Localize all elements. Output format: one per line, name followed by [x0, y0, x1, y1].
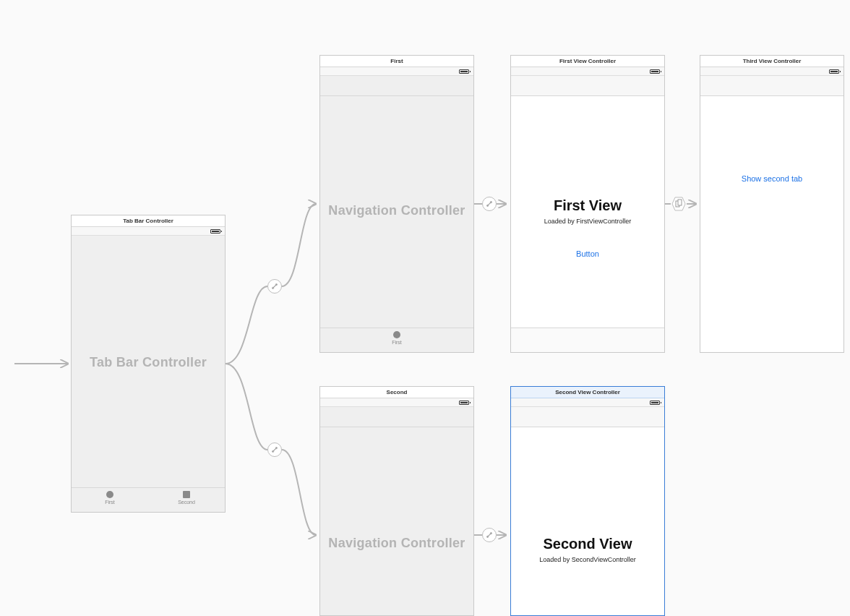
segue-root-first[interactable]	[482, 197, 497, 211]
scene-tab-bar-controller[interactable]: Tab Bar Controller Tab Bar Controller Fi…	[71, 215, 226, 513]
segue-relationship-nav2[interactable]	[267, 442, 282, 457]
tab-first-icon	[393, 331, 400, 338]
status-bar	[511, 398, 664, 407]
scene-navigation-second[interactable]: Second Navigation Controller	[319, 386, 474, 616]
status-bar	[320, 398, 473, 407]
scene-title: Second	[320, 387, 473, 398]
scene-second-view-controller[interactable]: Second View Controller Second View Loade…	[510, 386, 665, 616]
battery-icon	[210, 229, 220, 234]
tab-first-icon	[106, 491, 113, 498]
svg-line-19	[487, 533, 491, 537]
svg-line-7	[272, 284, 277, 288]
status-bar	[72, 227, 225, 236]
navigation-bar	[320, 76, 473, 96]
scene-title: Second View Controller	[511, 387, 664, 398]
first-view-heading: First View	[511, 197, 664, 214]
tab-bar: First Second	[72, 487, 225, 512]
battery-icon	[459, 69, 469, 74]
status-bar	[511, 67, 664, 76]
scene-navigation-first[interactable]: First Navigation Controller First	[319, 55, 474, 353]
tab-second[interactable]: Second	[148, 488, 225, 512]
tab-first[interactable]: First	[375, 328, 418, 352]
svg-line-13	[487, 202, 491, 206]
controller-placeholder-label: Tab Bar Controller	[72, 355, 225, 370]
tab-first[interactable]: First	[72, 488, 148, 512]
tab-first-label: First	[105, 500, 115, 505]
controller-placeholder-label: Navigation Controller	[320, 536, 473, 551]
scene-title: Tab Bar Controller	[72, 215, 225, 227]
segue-root-second[interactable]	[482, 528, 497, 542]
scene-third-view-controller[interactable]: Third View Controller Show second tab	[700, 55, 844, 353]
scene-title: Third View Controller	[700, 56, 843, 67]
battery-icon	[650, 69, 660, 74]
segue-relationship-nav1[interactable]	[267, 279, 282, 294]
battery-icon	[650, 401, 660, 405]
navigation-bar	[320, 407, 473, 427]
show-second-tab-button[interactable]: Show second tab	[700, 174, 843, 183]
navigation-bar	[511, 76, 664, 96]
second-view-heading: Second View	[511, 536, 664, 552]
tab-first-label: First	[392, 340, 402, 345]
controller-placeholder-label: Navigation Controller	[320, 203, 473, 218]
scene-title: First View Controller	[511, 56, 664, 67]
status-bar	[700, 67, 843, 76]
second-view-subtitle: Loaded by SecondViewController	[511, 556, 664, 563]
scene-title: First	[320, 56, 473, 67]
tab-second-label: Second	[178, 500, 195, 505]
segue-show-third[interactable]	[671, 197, 686, 211]
tab-bar: First	[320, 328, 473, 352]
tab-bar-placeholder	[511, 328, 664, 352]
svg-line-10	[272, 448, 277, 452]
scene-first-view-controller[interactable]: First View Controller First View Loaded …	[510, 55, 665, 353]
svg-rect-18	[678, 200, 682, 205]
battery-icon	[829, 69, 839, 74]
battery-icon	[459, 401, 469, 405]
tab-second-icon	[183, 491, 190, 498]
navigation-bar	[511, 407, 664, 427]
first-view-subtitle: Loaded by FirstViewController	[511, 218, 664, 225]
status-bar	[320, 67, 473, 76]
navigation-bar	[700, 76, 843, 96]
first-view-button[interactable]: Button	[511, 249, 664, 258]
